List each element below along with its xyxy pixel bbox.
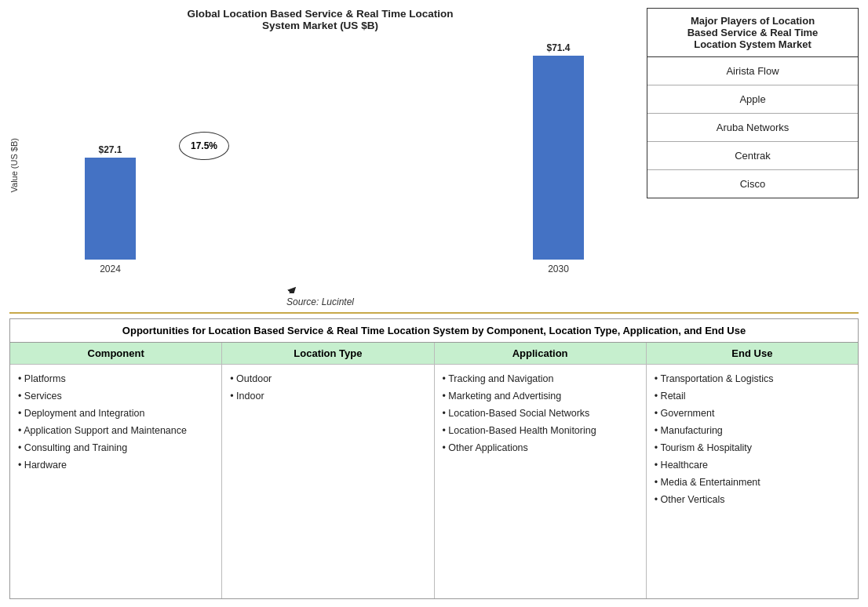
end-use-list: Transportation & Logistics Retail Govern… [655, 371, 850, 507]
list-item: Application Support and Maintenance [18, 423, 213, 438]
opp-col-header-location: Location Type [222, 343, 433, 365]
application-list: Tracking and Navigation Marketing and Ad… [443, 371, 638, 456]
player-row-cisco: Cisco [647, 170, 858, 198]
top-section: Global Location Based Service & Real Tim… [9, 8, 859, 314]
cagr-circle: 17.5% [179, 132, 229, 160]
opp-col-body-location: Outdoor Indoor [222, 365, 433, 412]
list-item: Other Applications [443, 440, 638, 456]
list-item: Tracking and Navigation [443, 371, 638, 387]
svg-line-0 [230, 290, 293, 293]
component-list: Platforms Services Deployment and Integr… [18, 371, 213, 473]
list-item: Platforms [18, 371, 213, 387]
list-item: Marketing and Advertising [443, 388, 638, 404]
bar-value-2030: $71.4 [546, 42, 570, 53]
list-item: Government [655, 405, 850, 421]
bars-container: $27.1 2024 $71.4 2030 17.5% [22, 274, 631, 293]
y-axis-label: Value (US $B) [9, 138, 19, 193]
source-label: Source: Lucintel [286, 296, 354, 307]
bar-label-2024: 2024 [100, 264, 121, 274]
player-row-apple: Apple [647, 85, 858, 114]
opp-col-body-component: Platforms Services Deployment and Integr… [10, 365, 221, 481]
opp-col-application: Application Tracking and Navigation Mark… [435, 343, 647, 598]
opp-col-header-component: Component [10, 343, 221, 365]
list-item: Tourism & Hospitality [655, 440, 850, 456]
opp-col-body-end-use: Transportation & Logistics Retail Govern… [647, 365, 858, 515]
list-item: Location-Based Health Monitoring [443, 423, 638, 438]
bottom-section: Opportunities for Location Based Service… [9, 318, 859, 599]
list-item: Location-Based Social Networks [443, 405, 638, 421]
player-row-aruba: Aruba Networks [647, 114, 858, 142]
location-list: Outdoor Indoor [230, 371, 425, 404]
chart-area: Global Location Based Service & Real Tim… [9, 8, 639, 307]
list-item: Consulting and Training [18, 440, 213, 456]
main-container: Global Location Based Service & Real Tim… [0, 0, 868, 607]
list-item: Manufacturing [655, 423, 850, 438]
bars-inner: $27.1 2024 $71.4 2030 17.5% [22, 274, 631, 293]
list-item: Deployment and Integration [18, 405, 213, 421]
list-item: Other Verticals [655, 492, 850, 507]
bar-2030 [533, 56, 584, 260]
bar-label-2030: 2030 [548, 264, 569, 274]
opp-col-location-type: Location Type Outdoor Indoor [222, 343, 434, 598]
major-players-box: Major Players of Location Based Service … [647, 8, 859, 198]
chart-body: Value (US $B) $27.1 2024 $71.4 [9, 38, 631, 293]
bar-2024 [85, 158, 136, 260]
list-item: Media & Entertainment [655, 474, 850, 490]
chart-arrow-svg [22, 274, 631, 293]
list-item: Services [18, 388, 213, 404]
opp-col-header-application: Application [435, 343, 646, 365]
bar-group-2024: $27.1 2024 [85, 144, 136, 274]
bar-value-2024: $27.1 [98, 144, 122, 155]
opp-col-end-use: End Use Transportation & Logistics Retai… [647, 343, 858, 598]
opp-col-header-end-use: End Use [647, 343, 858, 365]
cagr-annotation: 17.5% [179, 132, 229, 160]
player-row-centrak: Centrak [647, 142, 858, 170]
list-item: Outdoor [230, 371, 425, 387]
list-item: Retail [655, 388, 850, 404]
bar-group-2030: $71.4 2030 [533, 42, 584, 274]
opportunities-title: Opportunities for Location Based Service… [10, 319, 858, 343]
opp-col-body-application: Tracking and Navigation Marketing and Ad… [435, 365, 646, 463]
chart-title: Global Location Based Service & Real Tim… [188, 8, 454, 31]
list-item: Healthcare [655, 457, 850, 473]
major-players-title: Major Players of Location Based Service … [647, 9, 858, 57]
list-item: Indoor [230, 388, 425, 404]
player-row-airista: Airista Flow [647, 57, 858, 85]
opp-col-component: Component Platforms Services Deployment … [10, 343, 222, 598]
list-item: Transportation & Logistics [655, 371, 850, 387]
opportunities-columns: Component Platforms Services Deployment … [10, 343, 858, 598]
list-item: Hardware [18, 457, 213, 473]
